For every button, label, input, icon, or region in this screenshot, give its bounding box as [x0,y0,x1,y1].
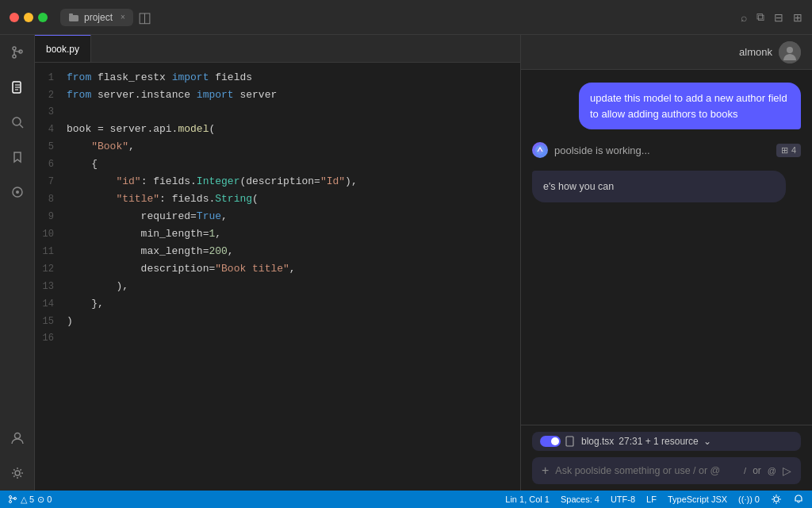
statusbar-position[interactable]: Lin 1, Col 1 [505,495,550,504]
code-line-12: 12 description="Book title", [35,260,520,278]
code-content-14: }, [67,295,104,312]
activity-settings-icon[interactable] [6,462,29,484]
code-line-2: 2 from server.instance import server [35,87,520,104]
line-num-11: 11 [35,244,67,260]
activity-search-icon[interactable] [6,111,29,133]
svg-line-11 [20,125,23,128]
statusbar-branch[interactable]: △ 5 ⊙ 0 [8,495,52,505]
line-num-5: 5 [35,139,67,156]
split-vertical-button[interactable]: ⊟ [774,11,783,24]
svg-point-10 [13,117,21,125]
line-num-8: 8 [35,191,67,208]
input-at[interactable]: @ [768,466,776,475]
line-num-2: 2 [35,87,67,104]
bookmark-icon [10,150,25,164]
activity-bookmark-icon[interactable] [6,146,29,168]
layout-button[interactable]: ⊞ [793,11,802,24]
user-icon [10,431,25,445]
tab-close-button[interactable]: × [121,13,125,21]
code-content-6: { [67,156,98,172]
context-bar[interactable]: blog.tsx 27:31 + 1 resource ⌄ [532,432,801,451]
context-chevron: ⌄ [703,436,711,447]
code-content-4: book = server.api.model( [67,121,215,137]
titlebar: project × ◫ ⌕ ⧉ ⊟ ⊞ [0,0,812,35]
svg-point-30 [774,497,779,502]
svg-point-3 [13,55,16,58]
chat-username: almonk [739,46,772,58]
search-button[interactable]: ⌕ [741,11,747,24]
code-content-12: description="Book title", [67,260,296,277]
statusbar-line-ending[interactable]: LF [646,495,657,504]
chat-messages: update this model to add a new author fi… [521,70,812,425]
svg-point-2 [13,47,16,50]
statusbar-spaces[interactable]: Spaces: 4 [561,495,599,504]
activity-extension-icon[interactable] [6,181,29,203]
avatar [779,41,801,64]
maximize-button[interactable] [38,13,48,22]
code-line-11: 11 max_length=200, [35,243,520,260]
statusbar-audio[interactable]: ((·)) 0 [738,495,760,504]
statusbar-language[interactable]: TypeScript JSX [668,495,727,504]
settings-icon [10,466,25,480]
code-line-6: 6 { [35,156,520,173]
new-tab-button[interactable]: ◫ [136,9,154,26]
code-area[interactable]: 1 from flask_restx import fields 2 from … [35,63,520,491]
code-content-15: ) [67,313,73,329]
context-file-name: blog.tsx [581,436,614,447]
statusbar-bell-icon[interactable] [793,494,804,505]
svg-point-27 [10,501,12,503]
chat-bottom: blog.tsx 27:31 + 1 resource ⌄ + / or @ ▷ [521,425,812,491]
svg-point-13 [16,190,19,194]
assistant-text-1: e's how you can [543,181,614,192]
extension-icon [10,185,25,199]
code-line-10: 10 min_length=1, [35,225,520,243]
close-button[interactable] [10,13,19,22]
code-content-11: max_length=200, [67,243,234,260]
line-num-3: 3 [35,104,67,121]
line-num-15: 15 [35,314,67,330]
input-slash[interactable]: / [744,466,746,475]
svg-point-15 [15,471,20,475]
working-badge: ⊞ 4 [776,144,801,157]
code-line-5: 5 "Book", [35,138,520,156]
activity-bottom [6,427,29,484]
editor-area: book.py 1 from flask_restx import fields… [35,35,520,491]
split-horizontal-button[interactable]: ⧉ [756,10,764,24]
statusbar-right: Lin 1, Col 1 Spaces: 4 UTF-8 LF TypeScri… [505,494,804,505]
context-toggle-mini[interactable] [540,436,561,447]
chat-input[interactable] [555,465,737,476]
code-line-15: 15 ) [35,313,520,330]
code-line-7: 7 "id": fields.Integer(description="Id")… [35,173,520,190]
activity-git-icon[interactable] [6,41,29,64]
attach-button[interactable]: + [542,464,549,478]
line-num-14: 14 [35,296,67,313]
activity-bar [0,35,35,491]
code-content-10: min_length=1, [67,225,221,242]
code-line-4: 4 book = server.api.model( [35,121,520,138]
line-num-13: 13 [35,279,67,295]
line-num-16: 16 [35,330,67,347]
poolside-logo [532,142,548,158]
send-button[interactable]: ▷ [783,464,791,477]
statusbar-settings-icon[interactable] [771,494,782,505]
statusbar-encoding[interactable]: UTF-8 [611,495,635,504]
context-location: 27:31 + 1 resource [619,436,698,447]
git-branch-icon [8,495,17,504]
code-content-7: "id": fields.Integer(description="Id"), [67,173,358,190]
main-area: book.py 1 from flask_restx import fields… [0,35,812,491]
working-bar: poolside is working... ⊞ 4 [532,139,801,161]
code-line-8: 8 "title": fields.String( [35,190,520,208]
line-num-12: 12 [35,261,67,278]
working-badge-count: 4 [791,145,796,155]
project-tab[interactable]: project × [60,9,133,26]
svg-rect-1 [69,13,73,16]
minimize-button[interactable] [24,13,33,22]
activity-file-icon[interactable] [6,76,29,98]
svg-point-17 [787,47,793,53]
line-num-9: 9 [35,209,67,225]
activity-user-icon[interactable] [6,427,29,449]
code-line-9: 9 required=True, [35,208,520,225]
editor-tab-bookpy[interactable]: book.py [35,35,91,62]
search-icon [10,115,25,129]
code-content-13: ), [67,278,128,294]
